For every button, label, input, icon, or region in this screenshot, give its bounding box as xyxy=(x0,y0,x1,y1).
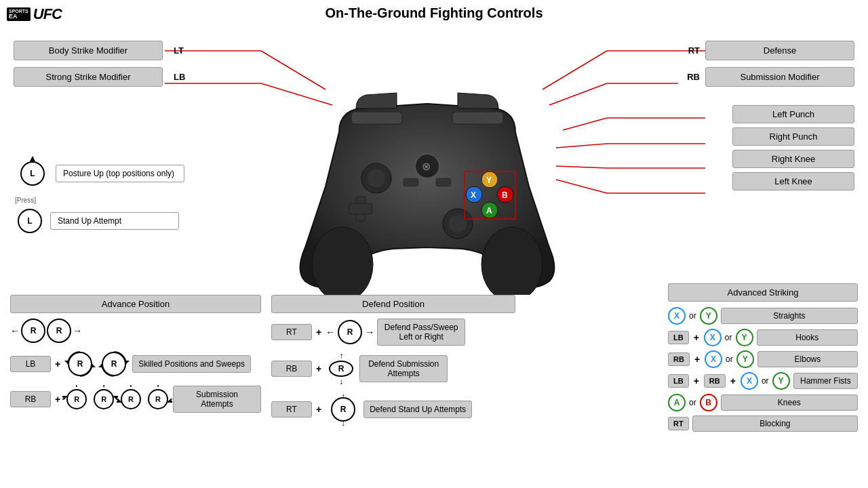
svg-point-23 xyxy=(367,169,386,188)
press-label: [Press] xyxy=(15,197,184,204)
r-circle-def3: R xyxy=(331,397,355,422)
blocking-label: Blocking xyxy=(692,415,858,432)
r-circle-1a: R xyxy=(21,319,45,343)
r-circle-1b: R xyxy=(47,319,71,343)
b-btn-knees: B xyxy=(700,394,717,411)
knees-label: Knees xyxy=(721,394,858,411)
r-circle-def1: R xyxy=(338,320,362,344)
left-trigger-labels: Body Strike Modifier LT Strong Strike Mo… xyxy=(14,41,185,87)
svg-point-17 xyxy=(481,227,542,295)
advance-row-1: ← R R → xyxy=(10,319,261,343)
body-strike-label: Body Strike Modifier xyxy=(14,41,163,60)
adv-row-hooks: LB + X or Y Hooks xyxy=(668,329,858,346)
defend-pass-label: Defend Pass/SweepLeft or Right xyxy=(377,319,465,346)
x-btn-hammer: X xyxy=(741,372,758,390)
y-btn-hammer: Y xyxy=(772,372,790,390)
adv-row-elbows: RB + X or Y Elbows xyxy=(668,350,858,368)
hammer-fists-label: Hammer Fists xyxy=(793,373,858,389)
advanced-striking-section: Advanced Striking X or Y Straights LB + … xyxy=(668,283,858,436)
r-circle-2a: R xyxy=(68,352,92,376)
advance-section: Advance Position ← R R → LB + R xyxy=(10,295,261,419)
svg-rect-18 xyxy=(351,112,402,124)
right-knee-label: Right Knee xyxy=(732,150,854,168)
lt-label: LT xyxy=(174,45,184,56)
hooks-label: Hooks xyxy=(757,329,858,346)
rb-btn-adv: RB xyxy=(10,391,51,407)
svg-text:Y: Y xyxy=(486,176,492,185)
svg-text:B: B xyxy=(502,190,508,200)
defend-header: Defend Position xyxy=(271,295,515,313)
left-stick-area: L Posture Up (top positions only) [Press… xyxy=(15,156,184,241)
svg-rect-21 xyxy=(349,203,372,214)
rb-btn-def2: RB xyxy=(271,361,312,377)
right-arr-def1: → xyxy=(365,327,374,338)
right-trigger-labels: RT Defense RB Submission Modifier xyxy=(687,41,854,87)
or-label-4: or xyxy=(762,376,769,386)
right-button-labels: Left Punch Right Punch Right Knee Left K… xyxy=(732,105,854,190)
stand-up-label: Stand Up Attempt xyxy=(50,212,179,230)
svg-rect-28 xyxy=(403,178,418,186)
up-arr-def2: ↑ xyxy=(339,351,343,361)
svg-text:A: A xyxy=(486,206,492,216)
r-circle-3a: R xyxy=(66,389,87,409)
defend-row-3: RT + ↑ ↓ R Defend Stand Up Attempts xyxy=(271,392,515,427)
submission-modifier-label: Submission Modifier xyxy=(705,67,854,87)
right-arrow-1: → xyxy=(73,325,82,336)
straights-label: Straights xyxy=(721,308,858,324)
rb-label: RB xyxy=(687,72,700,82)
down-arr-def2: ↓ xyxy=(339,377,343,386)
skilled-positions-label: Skilled Positions and Sweeps xyxy=(132,355,251,373)
left-arrow-1: ← xyxy=(10,325,20,336)
posture-up-label: Posture Up (top positions only) xyxy=(56,165,184,182)
svg-rect-29 xyxy=(436,178,451,186)
r-circle-2b: R xyxy=(102,352,126,376)
submission-attempts-label: SubmissionAttempts xyxy=(173,386,261,413)
rt-btn-blocking: RT xyxy=(668,417,689,430)
rb-btn-elbows: RB xyxy=(668,352,690,366)
page-title: On-The-Ground Fighting Controls xyxy=(0,0,868,21)
advanced-striking-header: Advanced Striking xyxy=(668,283,858,302)
left-stick-circle: L xyxy=(15,156,50,191)
or-label-1: or xyxy=(689,311,696,321)
r-circle-3b: R xyxy=(94,389,114,409)
a-btn-knees: A xyxy=(668,394,686,411)
lb-btn-adv: LB xyxy=(10,356,51,372)
lb-label: LB xyxy=(174,72,185,82)
x-btn-hooks: X xyxy=(704,329,722,346)
defend-submission-label: Defend SubmissionAttempts xyxy=(359,355,448,382)
svg-point-16 xyxy=(312,227,373,295)
defend-row-1: RT + ← R → Defend Pass/SweepLeft or Righ… xyxy=(271,319,515,346)
r-circle-3c: R xyxy=(121,389,141,409)
elbows-label: Elbows xyxy=(757,351,858,367)
adv-row-blocking: RT Blocking xyxy=(668,415,858,432)
or-label-3: or xyxy=(726,354,733,364)
x-btn-straights: X xyxy=(668,307,686,325)
lb-btn-hooks: LB xyxy=(668,331,689,344)
y-btn-hooks: Y xyxy=(736,329,753,346)
r-circle-def2: R xyxy=(329,361,353,377)
defense-label: Defense xyxy=(705,41,854,60)
r-circle-3d: R xyxy=(148,389,168,409)
svg-text:⊗: ⊗ xyxy=(422,161,431,172)
advance-row-2: LB + R R Skilled Positions and Sweeps xyxy=(10,348,261,380)
left-stick-press-circle: L xyxy=(15,206,45,236)
lb-btn-hammer: LB xyxy=(668,374,689,388)
defend-section: Defend Position RT + ← R → Defend Pass/S… xyxy=(271,295,515,432)
rt-btn-def1: RT xyxy=(271,324,312,340)
y-btn-elbows: Y xyxy=(736,350,754,368)
r-circle-def3-arrows: ↑ ↓ R xyxy=(326,392,361,427)
rb-btn-hammer: RB xyxy=(704,374,726,388)
rt-btn-def3: RT xyxy=(271,401,312,418)
strong-strike-label: Strong Strike Modifier xyxy=(14,67,163,87)
or-label-2: or xyxy=(725,333,732,342)
l-button: L xyxy=(20,161,45,186)
advance-header: Advance Position xyxy=(10,295,261,313)
defend-row-2: RB + ↑ R ↓ Defend SubmissionAttempts xyxy=(271,351,515,386)
svg-text:X: X xyxy=(471,190,476,200)
left-knee-label: Left Knee xyxy=(732,172,854,190)
svg-rect-19 xyxy=(452,112,503,124)
left-arr-def1: ← xyxy=(326,327,335,338)
adv-row-knees: A or B Knees xyxy=(668,394,858,411)
x-btn-elbows: X xyxy=(705,350,722,368)
right-punch-label: Right Punch xyxy=(732,127,854,146)
